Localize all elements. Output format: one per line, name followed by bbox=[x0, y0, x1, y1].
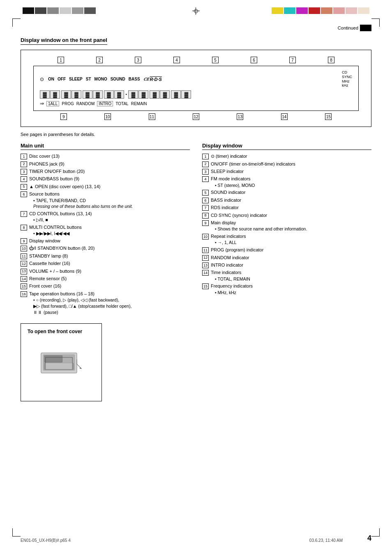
dw-num-9: 9 bbox=[202, 220, 209, 226]
item-num-16: 16 bbox=[21, 291, 27, 297]
diag-num-13: 13 bbox=[237, 113, 243, 120]
list-item: 3 TIMER ON/OFF button (20) bbox=[21, 168, 190, 175]
bar-red bbox=[309, 7, 320, 14]
dw-sub-15: • MHz, kHz bbox=[211, 290, 371, 296]
seg-1a: ▓ bbox=[40, 90, 50, 99]
seg-4a: ▓ bbox=[104, 90, 114, 99]
page-container: Continued Display window on the front pa… bbox=[0, 0, 392, 555]
rds-area: 𝐶𝐸 R·D·S bbox=[143, 77, 339, 82]
item-text-3: TIMER ON/OFF button (20) bbox=[29, 168, 190, 175]
dw-text-5: SOUND indicator bbox=[211, 189, 371, 196]
list-item: 10 Repeat indicators • →, 1, ALL bbox=[202, 233, 371, 246]
list-item: 13 INTRO indicator bbox=[202, 262, 371, 268]
item-num-12: 12 bbox=[21, 261, 27, 267]
color-bars-right bbox=[272, 7, 369, 14]
list-item: 15 Frequency indicators • MHz, kHz bbox=[202, 283, 371, 295]
list-item: 8 MULTI CONTROL buttons • ▶▶/▶▶I, I◀◀/◀◀ bbox=[21, 224, 190, 237]
sound-label: SOUND bbox=[111, 77, 125, 81]
cd-sync-right: CD SYNC MHz kHz bbox=[342, 70, 352, 88]
see-pages-note: See pages in parentheses for details. bbox=[21, 132, 371, 137]
seg-7b: ▓ bbox=[181, 90, 191, 99]
list-item: 10 ⏻/I STANDBY/ON button (8, 20) bbox=[21, 245, 190, 251]
remain-label: REMAIN bbox=[131, 101, 147, 106]
main-unit-header: Main unit bbox=[21, 143, 190, 150]
dw-text-4: FM mode indicators • ST (stereo), MONO bbox=[211, 176, 371, 188]
item-num-4: 4 bbox=[21, 176, 27, 182]
dw-text-8: CD SYNC (syncro) indicator bbox=[211, 212, 371, 219]
bass-label: BASS bbox=[129, 77, 140, 81]
item-text-11: STANDBY lamp (8) bbox=[29, 253, 190, 259]
dw-num-12: 12 bbox=[202, 255, 209, 261]
list-item: 3 SLEEP indicator bbox=[202, 168, 371, 175]
front-cover-title: To open the front cover bbox=[28, 329, 95, 334]
item-text-14: Remote sensor (5) bbox=[29, 276, 190, 282]
diag-num-4: 4 bbox=[173, 57, 180, 63]
dw-num-2: 2 bbox=[202, 161, 209, 167]
seg-6a: ▓ bbox=[150, 90, 159, 99]
bar-light-1 bbox=[60, 7, 71, 14]
co-label: 𝐶𝐸 bbox=[143, 77, 149, 82]
cover-svg bbox=[28, 339, 95, 392]
dw-text-14: Time indicators • TOTAL, REMAIN bbox=[211, 269, 371, 282]
svg-rect-2 bbox=[44, 356, 62, 362]
dw-num-6: 6 bbox=[202, 198, 209, 203]
item-text-1: Disc cover (13) bbox=[29, 153, 190, 159]
item-num-5: 5 bbox=[21, 184, 27, 190]
item-sub-8: • ▶▶/▶▶I, I◀◀/◀◀ bbox=[29, 230, 190, 237]
item-num-3: 3 bbox=[21, 169, 27, 175]
diag-num-10: 10 bbox=[104, 113, 111, 120]
diag-num-11: 11 bbox=[149, 113, 155, 120]
dw-text-7: RDS indicator bbox=[211, 205, 371, 211]
dw-text-9: Main display • Shows the source name and… bbox=[211, 220, 371, 232]
1all-label: 1ALL bbox=[46, 101, 59, 106]
bar-peach bbox=[321, 7, 332, 14]
display-window-header: Display window bbox=[202, 143, 371, 150]
list-item: 5 ▲ OPEN (disc cover open) (13, 14) bbox=[21, 184, 190, 190]
dw-text-15: Frequency indicators • MHz, kHz bbox=[211, 283, 371, 295]
display-window-section: Display window 1 ⊙ (timer) indicator 2 O… bbox=[202, 143, 371, 401]
item-sub-16b: ▶▷ (fast forward), □/▲ (stop/cassette ho… bbox=[29, 303, 190, 309]
corner-mark-br bbox=[371, 528, 380, 537]
seg-group-6: ▓ ▓ bbox=[150, 90, 170, 99]
dw-text-1: ⊙ (timer) indicator bbox=[211, 153, 371, 159]
seg-5a: ▓ bbox=[128, 90, 138, 99]
corner-mark-bl bbox=[12, 528, 21, 537]
corner-mark-tl bbox=[12, 18, 21, 27]
diag-num-7: 7 bbox=[289, 57, 296, 63]
list-item: 7 CD CONTROL buttons (13, 14) • ▷/II, ■ bbox=[21, 211, 190, 223]
list-item: 8 CD SYNC (syncro) indicator bbox=[202, 212, 371, 219]
front-cover-image bbox=[28, 339, 95, 396]
item-text-10: ⏻/I STANDBY/ON button (8, 20) bbox=[29, 245, 190, 251]
screen-box: ⊙ ON OFF SLEEP ST MONO SOUND BASS 𝐶𝐸 R·D… bbox=[33, 66, 359, 111]
seg-4b: ▓ bbox=[114, 90, 124, 99]
dw-num-13: 13 bbox=[202, 263, 209, 268]
bar-pink bbox=[333, 7, 345, 14]
seg-group-2: ▓ ▓ bbox=[61, 90, 81, 99]
dw-num-3: 3 bbox=[202, 169, 209, 175]
dw-sub-14: • TOTAL, REMAIN bbox=[211, 276, 371, 282]
seg-group-3: ▓ ▓ bbox=[83, 90, 103, 99]
item-sub-16c: ⏸⏸ (pause) bbox=[29, 309, 190, 315]
dw-text-11: PROG (program) indicator bbox=[211, 247, 371, 253]
bar-black-1 bbox=[23, 7, 34, 14]
seg-7a: ▓ bbox=[171, 90, 181, 99]
item-num-10: 10 bbox=[21, 246, 27, 251]
dw-num-7: 7 bbox=[202, 205, 209, 211]
dw-text-3: SLEEP indicator bbox=[211, 168, 371, 175]
footer-right: 03.6.23, 11:40 AM bbox=[309, 538, 343, 543]
bar-dark-1 bbox=[35, 7, 46, 14]
item-num-8: 8 bbox=[21, 225, 27, 230]
dw-text-12: RANDOM indicator bbox=[211, 255, 371, 261]
item-text-15: Front cover (16) bbox=[29, 283, 190, 289]
diag-num-12: 12 bbox=[193, 113, 199, 120]
list-item: 6 BASS indicator bbox=[202, 197, 371, 203]
list-item: 7 RDS indicator bbox=[202, 205, 371, 211]
bar-cyan bbox=[284, 7, 295, 14]
item-sub-7: • ▷/II, ■ bbox=[29, 217, 190, 223]
seg-3b: ▓ bbox=[93, 90, 103, 99]
list-item: 4 FM mode indicators • ST (stereo), MONO bbox=[202, 176, 371, 188]
list-item: 14 Time indicators • TOTAL, REMAIN bbox=[202, 269, 371, 282]
diag-top-numbers: 1 2 3 4 5 6 7 8 bbox=[29, 57, 363, 63]
diag-num-6: 6 bbox=[251, 57, 257, 63]
display-diagram: 1 2 3 4 5 6 7 8 ⊙ ON OFF SLEEP ST MONO bbox=[21, 50, 371, 127]
